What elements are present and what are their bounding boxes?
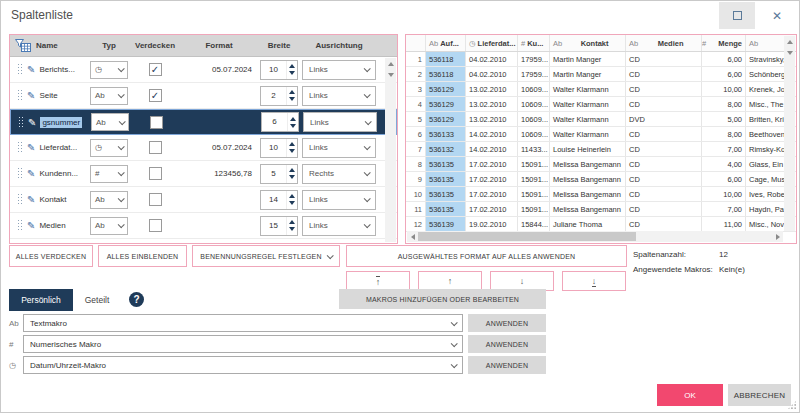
manage-macros-button[interactable]: MAKROS HINZUFÜGEN ODER BEARBEITEN [339,289,546,309]
alignment-dropdown[interactable]: Links [302,60,376,80]
width-stepper[interactable]: 6 [261,112,299,132]
type-dropdown[interactable]: ◷ [90,139,128,157]
drag-handle-icon[interactable] [17,63,23,76]
apply-macro-button[interactable]: ANWENDEN [468,314,546,332]
filter-table-icon[interactable] [10,39,36,52]
stepper-down-icon[interactable] [290,124,296,128]
column-name[interactable]: Lieferdat... [39,143,77,152]
hidden-checkbox[interactable] [149,167,162,180]
hidden-checkbox[interactable]: ✓ [149,63,162,76]
column-name[interactable]: Berichts... [39,65,75,74]
edit-pencil-icon[interactable]: ✎ [28,117,36,128]
naming-rule-button[interactable]: BENENNUNGSREGEL FESTLEGEN [192,245,340,267]
move-down-button[interactable]: ↓ [490,271,554,291]
alignment-dropdown[interactable]: Links [302,86,376,106]
apply-format-button[interactable]: AUSGEWÄHLTES FORMAT AUF ALLES ANWENDEN [346,245,627,267]
alignment-dropdown[interactable]: Links [302,216,376,236]
column-row[interactable]: ✎ Kontakt Ab 14 [10,187,397,213]
edit-pencil-icon[interactable]: ✎ [27,194,35,205]
tab-persoenlich[interactable]: Persönlich [9,289,73,311]
scroll-right-icon[interactable] [776,234,780,240]
drag-handle-icon[interactable] [17,167,23,180]
help-icon[interactable]: ? [129,292,144,307]
column-row[interactable]: ✎ gsnummer Ab 6 [10,109,397,135]
column-name[interactable]: Medien [39,221,65,230]
edit-pencil-icon[interactable]: ✎ [27,168,35,179]
stepper-arrows[interactable] [286,191,297,209]
move-to-top-button[interactable]: ↑ [346,271,410,291]
scroll-up-icon[interactable] [388,62,394,66]
stepper-down-icon[interactable] [289,97,295,101]
ok-button[interactable]: OK [657,384,723,406]
scroll-down-icon[interactable] [787,51,793,55]
column-name[interactable]: Seite [39,91,57,100]
width-stepper[interactable]: 10 [260,138,298,158]
hidden-checkbox[interactable] [149,141,162,154]
tab-geteilt[interactable]: Geteilt [73,289,121,311]
column-row[interactable]: ✎ Medien Ab 15 [10,213,397,239]
stepper-arrows[interactable] [287,113,298,131]
move-to-bottom-button[interactable]: ↓ [562,271,626,291]
macro-select[interactable]: Datum/Uhrzeit-Makro [23,356,463,374]
column-row[interactable]: ✎ Seite Ab ✓ 2 [10,83,397,109]
width-stepper[interactable]: 5 [260,164,298,184]
stepper-arrows[interactable] [286,217,297,235]
scroll-down-icon[interactable] [388,73,394,77]
width-stepper[interactable]: 10 [260,60,298,80]
show-all-button[interactable]: ALLES EINBLENDEN [98,245,187,267]
column-row[interactable]: ✎ Berichts... ◷ ✓ 05.07.2024 10 [10,57,397,83]
stepper-up-icon[interactable] [289,194,295,198]
apply-macro-button[interactable]: ANWENDEN [468,356,546,374]
type-dropdown[interactable]: ◷ [90,61,128,79]
alignment-dropdown[interactable]: Links [302,190,376,210]
stepper-arrows[interactable] [286,139,297,157]
type-dropdown[interactable]: Ab [90,191,128,209]
stepper-up-icon[interactable] [289,168,295,172]
hidden-checkbox[interactable] [149,193,162,206]
cancel-button[interactable]: ABBRECHEN [728,384,791,406]
close-button[interactable]: ✕ [759,2,795,29]
macro-select[interactable]: Textmakro [23,314,463,332]
hidden-checkbox[interactable] [149,219,162,232]
scroll-up-icon[interactable] [787,40,793,44]
apply-macro-button[interactable]: ANWENDEN [468,335,546,353]
type-dropdown[interactable]: Ab [90,87,128,105]
alignment-dropdown[interactable]: Links [303,112,377,132]
column-name[interactable]: Kontakt [39,195,66,204]
move-up-button[interactable]: ↑ [418,271,482,291]
stepper-down-icon[interactable] [289,175,295,179]
column-row[interactable]: ✎ Kundenn... # 123456,78 5 [10,161,397,187]
stepper-down-icon[interactable] [289,71,295,75]
stepper-up-icon[interactable] [289,64,295,68]
scroll-left-icon[interactable] [411,234,415,240]
edit-pencil-icon[interactable]: ✎ [27,64,35,75]
drag-handle-icon[interactable] [17,219,23,232]
type-dropdown[interactable]: Ab [91,113,129,131]
column-list-vscrollbar[interactable] [385,58,396,242]
edit-pencil-icon[interactable]: ✎ [27,90,35,101]
stepper-down-icon[interactable] [289,227,295,231]
width-stepper[interactable]: 2 [260,86,298,106]
drag-handle-icon[interactable] [17,193,23,206]
macro-select[interactable]: Numerisches Makro [23,335,463,353]
stepper-arrows[interactable] [286,165,297,183]
stepper-down-icon[interactable] [289,149,295,153]
stepper-arrows[interactable] [286,61,297,79]
alignment-dropdown[interactable]: Rechts [302,164,376,184]
type-dropdown[interactable]: Ab [90,217,128,235]
edit-pencil-icon[interactable]: ✎ [27,220,35,231]
maximize-button[interactable] [719,2,755,29]
type-dropdown[interactable]: # [90,165,128,183]
width-stepper[interactable]: 14 [260,190,298,210]
hidden-checkbox[interactable]: ✓ [149,89,162,102]
stepper-down-icon[interactable] [289,201,295,205]
stepper-up-icon[interactable] [289,220,295,224]
edit-pencil-icon[interactable]: ✎ [27,142,35,153]
hidden-checkbox[interactable] [150,116,163,129]
drag-handle-icon[interactable] [17,89,23,102]
stepper-arrows[interactable] [286,87,297,105]
column-name[interactable]: Kundenn... [39,169,78,178]
preview-hscrollbar[interactable] [407,231,783,242]
column-row[interactable]: ✎ Lieferdat... ◷ 05.07.2024 10 [10,135,397,161]
drag-handle-icon[interactable] [18,116,24,129]
